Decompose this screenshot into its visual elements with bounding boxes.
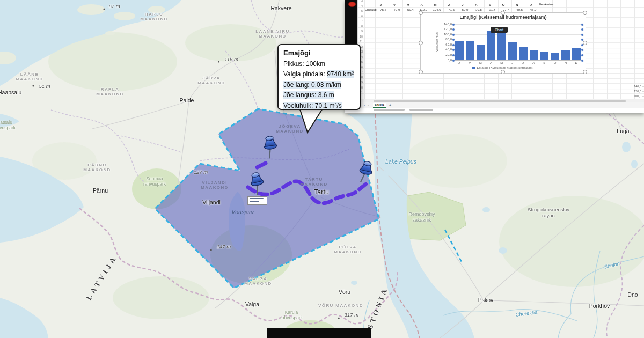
- pin-mini-tooltip-line: [250, 198, 264, 199]
- popup-fall: Jõe langus: 3,6 m: [283, 91, 355, 99]
- sheet-value-cell[interactable]: 27,7: [497, 8, 509, 12]
- second-chart-gridline-stub: [642, 86, 644, 87]
- sheet-value-cell[interactable]: 39,8: [470, 8, 482, 12]
- chart-gridline: [454, 24, 582, 25]
- chart-y-tick-label: 80,0: [433, 38, 452, 41]
- chart-bar[interactable]: [477, 45, 485, 60]
- river-info-popup: Emajõgi Pikkus: 100km Valgla pindala: 97…: [277, 44, 361, 110]
- pin-mini-tooltip: [247, 196, 267, 205]
- sheet-month-cell[interactable]: S: [484, 3, 496, 8]
- chart-edge-dot: [581, 23, 584, 26]
- legend-swatch: [472, 67, 475, 69]
- sheet-value-cell[interactable]: 71,5: [443, 8, 455, 12]
- second-chart-gridline-stub: [642, 91, 644, 92]
- chart-x-tick-label: D: [571, 61, 581, 64]
- chart-x-tick-label: M: [475, 61, 486, 64]
- add-sheet-button[interactable]: +: [389, 104, 391, 107]
- chart-edge-dot: [581, 38, 584, 41]
- sheet-month-cell[interactable]: D: [524, 3, 537, 8]
- chart-x-tick-label: J: [454, 61, 464, 64]
- chart-y-tick-label: 100,0: [433, 33, 452, 36]
- legend-label: Emajõgi (Kvissentali hüdromeetriajaam): [477, 66, 533, 69]
- chart-y-tick-label: 120,0: [433, 27, 452, 31]
- status-text-blur: [374, 109, 405, 111]
- embedded-bar-chart[interactable]: Emajõgi (Kvissentali hüdromeetriajaam) v…: [420, 12, 586, 74]
- sheet-month-cell[interactable]: A: [415, 3, 428, 8]
- sheet-tab-sheet1[interactable]: Sheet1: [373, 103, 386, 108]
- chart-bar[interactable]: [551, 53, 560, 60]
- chart-y-tick-label: 140,0: [433, 23, 452, 26]
- chart-gridline: [454, 60, 582, 61]
- sheet-value-cell[interactable]: 59,4: [402, 8, 414, 12]
- chart-edge-dot: [452, 33, 455, 36]
- chart-x-tick-label: S: [539, 61, 550, 64]
- chart-bar[interactable]: [466, 41, 474, 60]
- spreadsheet-overlay[interactable]: 3456789101112131415161718192021 Emajõgi …: [345, 0, 644, 113]
- sheet-value-cell[interactable]: 112,0: [415, 8, 427, 12]
- sheet-month-cell[interactable]: A: [470, 3, 482, 8]
- chart-plot-area: 0,020,040,060,080,0100,0120,0140,0JVMAMJ…: [421, 13, 586, 73]
- screenshot-stage: Rakvere HARJU MAAKOND LÄÄNE-VIRU MAAKOND…: [0, 0, 644, 338]
- chart-bar[interactable]: [487, 31, 496, 60]
- sheet-value-cell[interactable]: 40,5: [511, 8, 523, 12]
- chart-tooltip: Chart: [491, 27, 508, 33]
- chart-bar[interactable]: [519, 47, 528, 60]
- second-chart-y-label: 140,0: [625, 85, 641, 88]
- chart-bar[interactable]: [572, 48, 581, 60]
- sheet-value-cell[interactable]: 50,0: [456, 8, 468, 12]
- sheet-nav-next[interactable]: ›: [364, 104, 365, 107]
- chart-edge-dot: [452, 28, 455, 31]
- chart-x-tick-label: M: [496, 61, 507, 64]
- sheet-month-cell[interactable]: V: [388, 3, 400, 8]
- second-chart-y-label: 120,0: [625, 90, 641, 93]
- chart-bar[interactable]: [508, 42, 517, 60]
- popup-basin-area: Valgla pindala: 9740 km²: [283, 70, 355, 78]
- sheet-month-cell[interactable]: J: [443, 3, 455, 8]
- chart-x-tick-label: O: [550, 61, 560, 64]
- chart-edge-dot: [581, 48, 584, 52]
- status-text-blur: [409, 109, 433, 111]
- sheet-avg-header[interactable]: Keskmine: [539, 3, 553, 6]
- chart-edge-dot: [581, 54, 584, 57]
- popup-discharge: Vooluhulk: 70,1 m³/s: [283, 102, 355, 109]
- sheet-month-cell[interactable]: J: [456, 3, 469, 8]
- popup-length: Pikkus: 100km: [283, 60, 355, 68]
- chart-bar[interactable]: [530, 50, 538, 60]
- sheet-value-cell[interactable]: 73,9: [388, 8, 400, 12]
- sheet-month-cell[interactable]: N: [511, 3, 523, 8]
- chart-x-tick-label: V: [465, 61, 475, 64]
- chart-bar[interactable]: [455, 41, 464, 60]
- chart-legend: Emajõgi (Kvissentali hüdromeetriajaam): [421, 66, 586, 69]
- chart-gridline: [454, 34, 582, 35]
- sheet-month-cell[interactable]: M: [402, 3, 414, 8]
- sheet-month-cell[interactable]: M: [429, 3, 442, 8]
- chart-x-tick-label: J: [518, 61, 528, 64]
- second-chart-gridline-stub: [642, 96, 644, 97]
- chart-x-tick-label: A: [529, 61, 539, 64]
- chart-edge-dot: [581, 43, 584, 47]
- chart-bar[interactable]: [540, 52, 549, 60]
- sheet-month-cell[interactable]: J: [375, 3, 387, 8]
- popup-gradient: Jõe lang: 0,03 m/km: [283, 81, 355, 89]
- chart-bar[interactable]: [561, 50, 570, 60]
- bottom-black-bar: [267, 328, 371, 338]
- chart-gridline: [454, 30, 582, 30]
- chart-bar[interactable]: [497, 28, 506, 60]
- sheet-list-icon[interactable]: ≡: [368, 104, 369, 107]
- pin-mini-tooltip-line: [250, 201, 259, 202]
- small-lake-overlay: [376, 171, 389, 179]
- chart-edge-dot: [581, 28, 584, 31]
- chart-x-tick-label: J: [507, 61, 517, 64]
- popup-title: Emajõgi: [283, 49, 355, 57]
- sheet-value-cell[interactable]: 124,0: [429, 8, 441, 12]
- sheet-value-cell[interactable]: 46,0: [524, 8, 536, 12]
- chart-y-tick-label: 0,0: [433, 58, 452, 62]
- chart-x-tick-label: A: [486, 61, 496, 64]
- sheet-tab-bar: ‹ › ≡ Sheet1 +: [357, 102, 644, 108]
- sheet-value-cell[interactable]: 31,8: [484, 8, 495, 12]
- sheet-value-cell[interactable]: 75,7: [375, 8, 386, 12]
- second-chart-y-label: 100,0: [625, 94, 641, 98]
- sheet-month-cell[interactable]: O: [497, 3, 510, 8]
- chart-x-tick-label: N: [560, 61, 570, 64]
- chart-y-tick-label: 40,0: [433, 48, 452, 51]
